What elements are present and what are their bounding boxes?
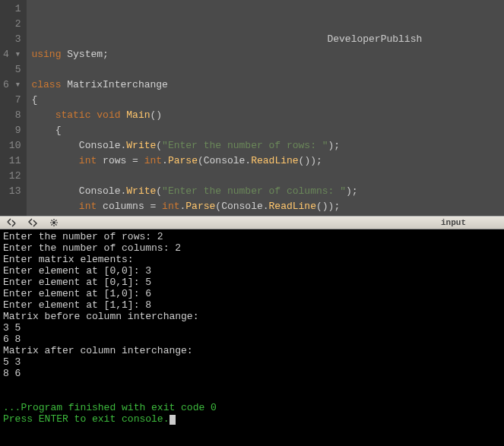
line-number: 3: [3, 32, 21, 47]
terminal-line: Enter element at [1,1]: 8: [3, 299, 501, 311]
line-number: 9: [3, 123, 21, 138]
terminal-line: Enter matrix elements:: [3, 254, 501, 265]
expand-icon[interactable]: [27, 217, 38, 228]
code-line[interactable]: Console.Write("Enter the number of colum…: [31, 184, 499, 199]
pane-divider[interactable]: input: [0, 216, 504, 229]
line-number: 12: [3, 169, 21, 184]
settings-icon[interactable]: [49, 217, 59, 228]
terminal-line: [3, 379, 501, 391]
code-line[interactable]: [31, 62, 499, 77]
line-number: 8: [3, 108, 21, 123]
line-number: 10: [3, 138, 21, 153]
line-number: 5: [3, 62, 21, 77]
terminal-status-line: ...Program finished with exit code 0: [3, 402, 501, 413]
terminal-line: 5 3: [3, 356, 501, 368]
code-line[interactable]: Console.Write("Enter the number of rows:…: [31, 138, 499, 153]
terminal-output[interactable]: Enter the number of rows: 2Enter the num…: [0, 229, 504, 446]
line-number: 11: [3, 153, 21, 169]
terminal-prompt-line: Press ENTER to exit console.: [3, 413, 501, 425]
terminal-cursor: [170, 415, 176, 425]
line-number: 13: [3, 184, 21, 199]
terminal-line: Enter element at [0,0]: 3: [3, 265, 501, 277]
terminal-line: Matrix after column interchange:: [3, 345, 501, 356]
line-number: 4 ▾: [3, 47, 21, 62]
code-line[interactable]: using System;: [31, 47, 499, 62]
terminal-tab-label[interactable]: input: [441, 218, 466, 227]
code-line[interactable]: class MatrixInterchange: [31, 77, 499, 93]
code-line[interactable]: static void Main(): [31, 108, 499, 123]
terminal-line: Enter element at [0,1]: 5: [3, 277, 501, 288]
code-line[interactable]: {: [31, 123, 499, 138]
terminal-line: 6 8: [3, 334, 501, 345]
code-line[interactable]: {: [31, 93, 499, 108]
code-line[interactable]: [31, 169, 499, 184]
watermark-text: DeveloperPublish: [327, 32, 422, 47]
terminal-line: 3 5: [3, 322, 501, 334]
code-editor-pane[interactable]: 1234 ▾56 ▾78910111213 DeveloperPublish u…: [0, 0, 504, 216]
code-line[interactable]: int rows = int.Parse(Console.ReadLine())…: [31, 153, 499, 169]
line-number: 2: [3, 17, 21, 32]
svg-point-0: [52, 221, 55, 224]
code-area[interactable]: DeveloperPublish using System;class Matr…: [27, 0, 504, 216]
line-number: 6 ▾: [3, 77, 21, 93]
line-number: 7: [3, 93, 21, 108]
terminal-toolbar: [0, 217, 59, 228]
terminal-line: Matrix before column interchange:: [3, 311, 501, 322]
terminal-line: 8 6: [3, 368, 501, 379]
code-line[interactable]: int columns = int.Parse(Console.ReadLine…: [31, 199, 499, 214]
line-number: 1: [3, 2, 21, 17]
collapse-icon[interactable]: [6, 217, 17, 228]
terminal-line: Enter the number of columns: 2: [3, 242, 501, 254]
terminal-line: Enter element at [1,0]: 6: [3, 288, 501, 299]
terminal-line: Enter the number of rows: 2: [3, 231, 501, 242]
line-number-gutter: 1234 ▾56 ▾78910111213: [0, 0, 27, 216]
